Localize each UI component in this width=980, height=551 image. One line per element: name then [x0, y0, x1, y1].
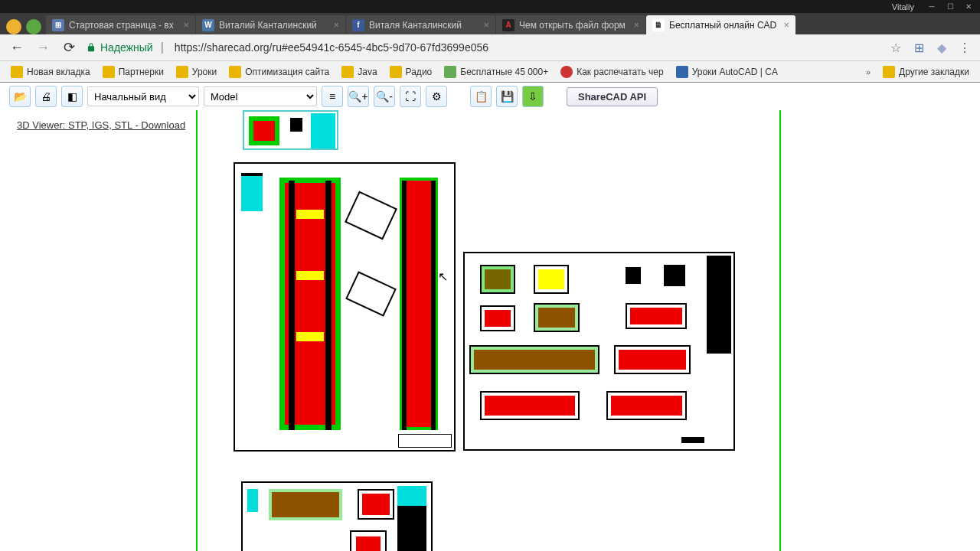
folder-icon — [176, 66, 188, 78]
drawing-sheet-tower — [234, 162, 456, 452]
folder-icon — [390, 66, 402, 78]
bookmark-item[interactable]: Java — [337, 64, 381, 80]
bookmark-item[interactable]: Радио — [385, 64, 437, 80]
back-button[interactable]: ← — [8, 38, 26, 57]
sharecad-toolbar: 📂 🖨 ◧ Начальный вид Model ≡ 🔍+ 🔍- ⛶ ⚙ 📋 … — [0, 83, 980, 110]
grid-icon: ⊞ — [52, 19, 64, 31]
zoom-in-button[interactable]: 🔍+ — [348, 86, 369, 107]
pinned-favicons — [6, 19, 41, 34]
export-button[interactable]: ⇩ — [522, 86, 544, 107]
bookmark-item[interactable]: Уроки AutoCAD | CА — [671, 64, 782, 80]
print-button[interactable]: 🖨 — [35, 86, 57, 107]
browser-tabstrip: ⊞ Стартовая страница - вх × W Виталий Ка… — [0, 13, 980, 34]
bookmark-label: Радио — [406, 67, 433, 77]
pinned-tab-icon[interactable] — [6, 19, 21, 34]
address-bar: ← → ⟳ Надежный | ☆ ⊞ ◆ ⋮ — [0, 34, 980, 61]
black-white-button[interactable]: ◧ — [61, 86, 83, 107]
close-tab-icon[interactable]: × — [483, 19, 489, 31]
space-select[interactable]: Model — [204, 86, 317, 106]
bookmark-label: Оптимизация сайта — [245, 67, 329, 77]
open-file-button[interactable]: 📂 — [9, 86, 31, 107]
close-window-button[interactable]: ✕ — [960, 1, 977, 12]
cad-viewport[interactable]: 3D Viewer: STP, IGS, STL - Download — [0, 110, 980, 551]
maximize-button[interactable]: ☐ — [942, 1, 959, 12]
bookmark-item[interactable]: Как распечатать чер — [556, 64, 668, 80]
tab-vk[interactable]: W Виталий Канталинский × — [196, 15, 345, 34]
tab-label: Чем открыть файл форм — [519, 20, 629, 31]
bookmark-label: Другие закладки — [899, 67, 969, 77]
tab-label: Виталий Канталинский — [219, 20, 328, 31]
close-tab-icon[interactable]: × — [783, 19, 789, 31]
bookmark-label: Партнерки — [119, 67, 164, 77]
folder-icon — [341, 66, 354, 78]
bookmark-item[interactable]: Новая вкладка — [6, 64, 95, 80]
model-extent-line — [779, 110, 781, 551]
star-icon[interactable]: ☆ — [888, 40, 903, 55]
extension-icon[interactable]: ◆ — [934, 40, 949, 55]
bookmark-item[interactable]: Оптимизация сайта — [224, 64, 334, 80]
user-label: Vitaliy — [892, 2, 914, 11]
bookmarks-bar: Новая вкладка Партнерки Уроки Оптимизаци… — [0, 61, 980, 83]
folder-icon — [103, 66, 115, 78]
orbit-button[interactable]: ⚙ — [426, 86, 447, 107]
folder-icon — [883, 66, 895, 78]
bookmark-label: Как распечатать чер — [577, 67, 663, 77]
url-input[interactable] — [172, 38, 880, 57]
menu-icon[interactable]: ⋮ — [957, 40, 972, 55]
security-indicator[interactable]: Надежный — [86, 41, 153, 54]
bookmark-label: Уроки — [192, 67, 217, 77]
overflow-chevron-icon[interactable]: » — [861, 67, 875, 77]
save-button[interactable]: 💾 — [496, 86, 518, 107]
title-block — [398, 434, 452, 448]
drawing-sheet-bottom — [241, 481, 433, 551]
close-tab-icon[interactable]: × — [183, 19, 189, 31]
fit-window-button[interactable]: ⛶ — [400, 86, 421, 107]
vk-icon: W — [202, 19, 214, 31]
document-icon: 🗎 — [652, 19, 665, 31]
layers-button[interactable]: ≡ — [322, 86, 343, 107]
window-titlebar: Vitaliy ─ ☐ ✕ — [0, 0, 980, 13]
drawing-sheet-details — [463, 252, 735, 451]
title-block — [707, 256, 731, 354]
bookmark-item[interactable]: Партнерки — [98, 64, 168, 80]
lock-icon — [86, 42, 96, 53]
bookmark-other[interactable]: Другие закладки — [878, 64, 974, 80]
close-tab-icon[interactable]: × — [333, 19, 339, 31]
site-icon — [676, 66, 688, 78]
folder-icon — [229, 66, 241, 78]
sharecad-api-button[interactable]: ShareCAD API — [567, 87, 658, 106]
tab-facebook[interactable]: f Виталя Канталинский × — [346, 15, 495, 34]
bookmark-item[interactable]: Уроки — [172, 64, 221, 80]
autocad-icon: A — [502, 19, 514, 31]
bookmark-label: Уроки AutoCAD | CА — [692, 67, 778, 77]
tab-label: Виталя Канталинский — [369, 20, 479, 31]
bookmark-label: Java — [358, 67, 377, 77]
bookmark-item[interactable]: Бесплатные 45 000+ — [439, 64, 553, 80]
pinned-tab-icon[interactable] — [26, 19, 41, 34]
cursor-icon: ↖ — [438, 269, 448, 284]
export-pdf-button[interactable]: 📋 — [470, 86, 492, 107]
forward-button[interactable]: → — [34, 38, 52, 57]
bookmark-label: Бесплатные 45 000+ — [460, 67, 548, 77]
tab-file-format[interactable]: A Чем открыть файл форм × — [496, 15, 645, 34]
grid-apps-icon[interactable]: ⊞ — [911, 40, 926, 55]
facebook-icon: f — [352, 19, 364, 31]
tab-label: Стартовая страница - вх — [69, 20, 178, 31]
tab-label: Бесплатный онлайн CAD — [669, 20, 779, 31]
site-icon — [560, 66, 573, 78]
close-tab-icon[interactable]: × — [633, 19, 639, 31]
drawing-thumbnail — [243, 110, 338, 150]
tab-sharecad[interactable]: 🗎 Бесплатный онлайн CAD × — [646, 15, 795, 34]
reload-button[interactable]: ⟳ — [60, 38, 78, 57]
3d-viewer-link[interactable]: 3D Viewer: STP, IGS, STL - Download — [17, 119, 185, 131]
site-icon — [444, 66, 456, 78]
tab-start-page[interactable]: ⊞ Стартовая страница - вх × — [46, 15, 195, 34]
bookmark-label: Новая вкладка — [27, 67, 90, 77]
secure-label: Надежный — [100, 41, 153, 54]
model-extent-line — [196, 110, 198, 551]
view-select[interactable]: Начальный вид — [87, 86, 199, 106]
zoom-out-button[interactable]: 🔍- — [374, 86, 395, 107]
folder-icon — [11, 66, 23, 78]
minimize-button[interactable]: ─ — [923, 1, 940, 12]
